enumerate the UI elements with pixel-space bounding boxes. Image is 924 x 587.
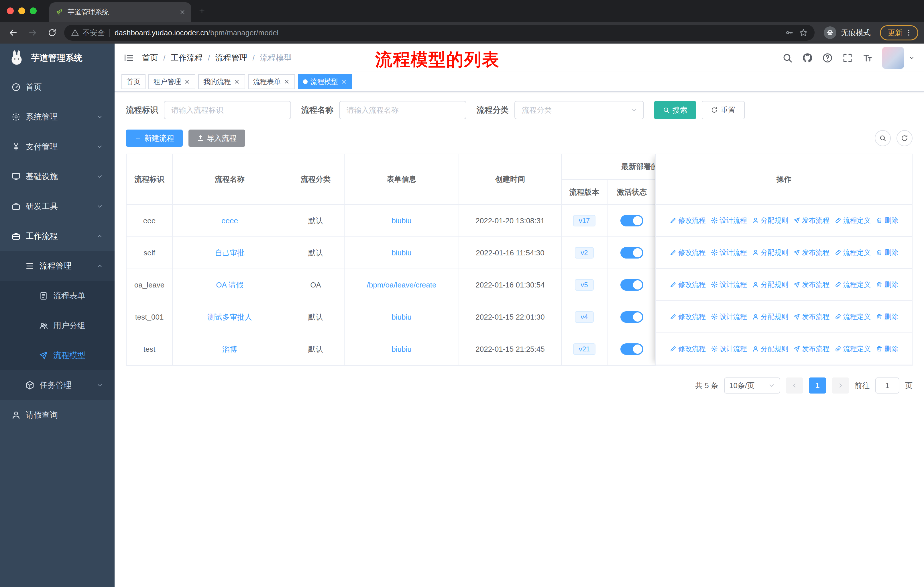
next-page-button[interactable] <box>832 377 849 394</box>
process-name-link[interactable]: OA 请假 <box>216 281 243 289</box>
sidebar-item-infrastructure[interactable]: 基础设施 <box>0 162 115 192</box>
tag-process-form[interactable]: 流程表单 <box>248 74 295 89</box>
prev-page-button[interactable] <box>786 377 803 394</box>
action-publish[interactable]: 发布流程 <box>794 248 830 257</box>
address-bar[interactable]: 不安全 dashboard.yudao.iocoder.cn/bpm/manag… <box>64 25 815 41</box>
action-assign-rule[interactable]: 分配规则 <box>752 280 788 289</box>
sidebar-item-user-group[interactable]: 用户分组 <box>0 311 115 341</box>
sidebar-item-payment-management[interactable]: 支付管理 <box>0 132 115 162</box>
active-toggle[interactable] <box>620 247 643 258</box>
tag-close-icon[interactable] <box>184 79 190 85</box>
process-name-link[interactable]: eeee <box>221 217 238 225</box>
form-info-link[interactable]: biubiu <box>391 217 411 225</box>
action-definition[interactable]: 流程定义 <box>835 216 871 225</box>
zoom-window-button[interactable] <box>30 7 37 14</box>
sidebar-item-task-management[interactable]: 任务管理 <box>0 370 115 400</box>
github-icon[interactable] <box>802 53 813 63</box>
avatar-caret-icon[interactable] <box>909 55 915 61</box>
page-1-button[interactable]: 1 <box>809 377 826 394</box>
form-info-link[interactable]: biubiu <box>391 313 411 321</box>
sidebar-item-process-management[interactable]: 流程管理 <box>0 251 115 281</box>
tag-process-model[interactable]: 流程模型 <box>298 74 352 89</box>
sidebar-item-leave-query[interactable]: 请假查询 <box>0 400 115 430</box>
tag-my-process[interactable]: 我的流程 <box>198 74 245 89</box>
create-process-button[interactable]: 新建流程 <box>126 129 183 147</box>
font-size-icon[interactable] <box>862 53 873 63</box>
action-design[interactable]: 设计流程 <box>711 280 747 289</box>
action-publish[interactable]: 发布流程 <box>794 344 830 354</box>
reload-icon[interactable] <box>45 25 59 40</box>
action-modify[interactable]: 修改流程 <box>670 248 706 257</box>
action-delete[interactable]: 删除 <box>876 344 898 354</box>
sidebar-item-home[interactable]: 首页 <box>0 72 115 102</box>
action-delete[interactable]: 删除 <box>876 216 898 225</box>
action-delete[interactable]: 删除 <box>876 280 898 289</box>
process-category-select[interactable]: 流程分类 <box>515 101 644 119</box>
sidebar-item-workflow[interactable]: 工作流程 <box>0 221 115 251</box>
refresh-table-button[interactable] <box>896 130 912 146</box>
page-size-select[interactable]: 10条/页 <box>724 377 780 394</box>
tag-tenant-management[interactable]: 租户管理 <box>148 74 195 89</box>
search-button[interactable]: 搜索 <box>654 101 696 119</box>
action-design[interactable]: 设计流程 <box>711 216 747 225</box>
action-assign-rule[interactable]: 分配规则 <box>752 248 788 257</box>
search-icon[interactable] <box>782 53 793 63</box>
security-indicator[interactable]: 不安全 <box>71 28 105 38</box>
forward-icon[interactable] <box>25 25 40 40</box>
back-icon[interactable] <box>6 25 21 40</box>
breadcrumb-item-0[interactable]: 首页 <box>142 53 158 63</box>
tag-close-icon[interactable] <box>284 79 290 85</box>
help-icon[interactable] <box>822 53 833 63</box>
form-info-link[interactable]: biubiu <box>391 248 411 257</box>
sidebar-item-system-management[interactable]: 系统管理 <box>0 102 115 132</box>
action-definition[interactable]: 流程定义 <box>835 312 871 321</box>
action-modify[interactable]: 修改流程 <box>670 312 706 321</box>
form-info-link[interactable]: biubiu <box>391 345 411 354</box>
active-toggle[interactable] <box>620 343 643 355</box>
active-toggle[interactable] <box>620 311 643 323</box>
close-window-button[interactable] <box>7 7 14 14</box>
import-process-button[interactable]: 导入流程 <box>188 129 245 147</box>
key-icon[interactable] <box>785 28 794 37</box>
menu-dots-icon[interactable] <box>905 29 913 37</box>
process-name-link[interactable]: 自己审批 <box>215 248 244 257</box>
sidebar-item-dev-tools[interactable]: 研发工具 <box>0 192 115 221</box>
action-modify[interactable]: 修改流程 <box>670 344 706 354</box>
action-publish[interactable]: 发布流程 <box>794 280 830 289</box>
reset-button[interactable]: 重置 <box>702 101 745 119</box>
fullscreen-icon[interactable] <box>842 53 853 63</box>
star-icon[interactable] <box>799 28 808 37</box>
process-name-link[interactable]: 测试多审批人 <box>207 313 252 321</box>
active-toggle[interactable] <box>620 215 643 227</box>
toggle-search-button[interactable] <box>875 130 891 146</box>
form-info-link[interactable]: /bpm/oa/leave/create <box>367 281 437 289</box>
breadcrumb-item-2[interactable]: 流程管理 <box>215 53 248 63</box>
action-design[interactable]: 设计流程 <box>711 248 747 257</box>
process-key-input[interactable] <box>164 101 291 119</box>
process-name-link[interactable]: 滔博 <box>222 345 237 354</box>
active-toggle[interactable] <box>620 279 643 291</box>
goto-page-input[interactable] <box>875 377 899 394</box>
action-definition[interactable]: 流程定义 <box>835 344 871 354</box>
sidebar-toggle[interactable] <box>120 49 137 66</box>
process-name-input[interactable] <box>339 101 466 119</box>
action-assign-rule[interactable]: 分配规则 <box>752 216 788 225</box>
action-assign-rule[interactable]: 分配规则 <box>752 312 788 321</box>
action-publish[interactable]: 发布流程 <box>794 312 830 321</box>
action-definition[interactable]: 流程定义 <box>835 248 871 257</box>
update-browser-button[interactable]: 更新 <box>880 25 918 40</box>
tag-close-icon[interactable] <box>341 79 347 85</box>
action-definition[interactable]: 流程定义 <box>835 280 871 289</box>
sidebar-item-process-model[interactable]: 流程模型 <box>0 341 115 370</box>
action-assign-rule[interactable]: 分配规则 <box>752 344 788 354</box>
new-tab-button[interactable] <box>191 0 213 22</box>
action-delete[interactable]: 删除 <box>876 312 898 321</box>
tag-close-icon[interactable] <box>234 79 240 85</box>
action-design[interactable]: 设计流程 <box>711 344 747 354</box>
action-delete[interactable]: 删除 <box>876 248 898 257</box>
minimize-window-button[interactable] <box>18 7 25 14</box>
tab-close-icon[interactable] <box>179 9 186 15</box>
action-publish[interactable]: 发布流程 <box>794 216 830 225</box>
action-design[interactable]: 设计流程 <box>711 312 747 321</box>
action-modify[interactable]: 修改流程 <box>670 280 706 289</box>
